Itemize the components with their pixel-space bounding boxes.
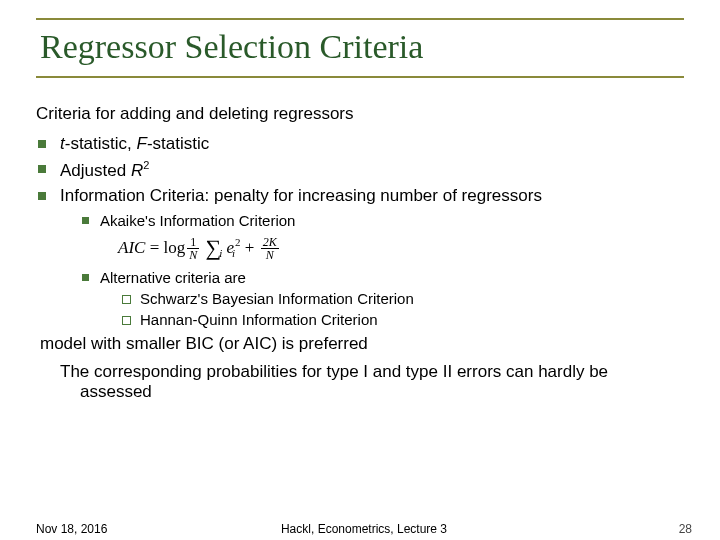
aic-label: AIC xyxy=(118,238,145,257)
text: Akaike's Information Criterion xyxy=(100,212,295,229)
bullet-list-level1: t-statistic, F-statistic Adjusted R2 Inf… xyxy=(36,134,684,328)
fraction-2k-over-n: 2KN xyxy=(261,236,279,261)
closing-text-1: model with smaller BIC (or AIC) is prefe… xyxy=(36,334,684,354)
formula-text: AIC = log1N ∑i ei2 + 2KN xyxy=(118,238,281,257)
footer-center: Hackl, Econometrics, Lecture 3 xyxy=(36,522,692,536)
text: Information Criteria: penalty for increa… xyxy=(60,186,542,205)
sum-subscript: i xyxy=(219,247,222,259)
footer-page-number: 28 xyxy=(679,522,692,536)
plus: + xyxy=(241,238,259,257)
e-subscript: i xyxy=(232,247,235,259)
text: Hannan-Quinn Information Criterion xyxy=(140,311,378,328)
closing-text-2: The corresponding probabilities for type… xyxy=(56,362,684,402)
text: Adjusted xyxy=(60,161,131,180)
slide-title: Regressor Selection Criteria xyxy=(40,28,684,66)
text: Alternative criteria are xyxy=(100,269,246,286)
list-item: Alternative criteria are Schwarz's Bayes… xyxy=(82,269,684,328)
text: -statistic xyxy=(147,134,209,153)
intro-text: Criteria for adding and deleting regress… xyxy=(36,104,684,124)
list-item: Hannan-Quinn Information Criterion xyxy=(122,311,684,328)
italic-r: R xyxy=(131,161,143,180)
aic-formula: AIC = log1N ∑i ei2 + 2KN xyxy=(118,235,684,262)
bullet-list-level3: Schwarz's Bayesian Information Criterion… xyxy=(100,290,684,328)
list-item: Adjusted R2 xyxy=(38,159,684,181)
list-item: Information Criteria: penalty for increa… xyxy=(38,186,684,329)
text: -statistic, xyxy=(65,134,137,153)
denominator: N xyxy=(187,249,199,261)
list-item: t-statistic, F-statistic xyxy=(38,134,684,154)
text: Schwarz's Bayesian Information Criterion xyxy=(140,290,414,307)
superscript-2: 2 xyxy=(143,159,149,171)
italic-f: F xyxy=(137,134,147,153)
list-item: Schwarz's Bayesian Information Criterion xyxy=(122,290,684,307)
fraction-1-over-n: 1N xyxy=(187,236,199,261)
denominator: N xyxy=(261,249,279,261)
bullet-list-level2: Akaike's Information Criterion AIC = log… xyxy=(60,212,684,329)
eq-log: = log xyxy=(145,238,185,257)
list-item: Akaike's Information Criterion AIC = log… xyxy=(82,212,684,262)
title-bar: Regressor Selection Criteria xyxy=(36,18,684,78)
